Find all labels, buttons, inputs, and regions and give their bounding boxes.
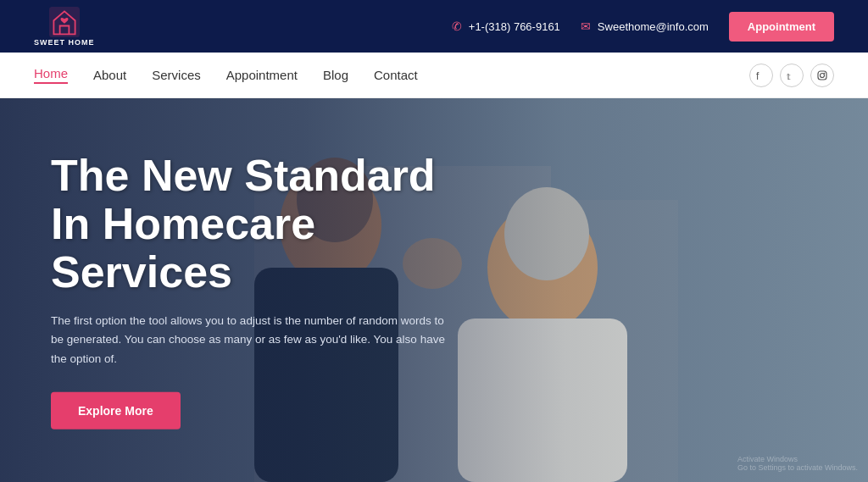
social-icons: f 𝕥 [749,64,834,87]
svg-point-4 [821,73,825,77]
twitter-icon[interactable]: 𝕥 [780,64,804,87]
nav-bar: Home About Services Appointment Blog Con… [0,53,868,98]
nav-services[interactable]: Services [152,68,201,82]
instagram-icon[interactable] [810,64,834,87]
watermark: Activate WindowsGo to Settings to activa… [737,455,858,472]
hero-title: The New Standard In Homecare Services [51,151,458,296]
email-address: Sweethome@info.com [598,20,709,33]
logo-text: SWEET HOME [34,38,95,47]
facebook-icon[interactable]: f [749,64,773,87]
nav-home[interactable]: Home [34,66,68,84]
phone-icon: ✆ [452,19,462,33]
nav-appointment[interactable]: Appointment [226,68,298,82]
hero-description: The first option the tool allows you to … [51,312,458,368]
nav-links: Home About Services Appointment Blog Con… [34,66,418,84]
svg-text:f: f [756,70,760,80]
phone-number: +1-(318) 766-9161 [469,20,560,33]
phone-contact: ✆ +1-(318) 766-9161 [452,19,560,33]
email-contact: ✉ Sweethome@info.com [581,19,709,33]
explore-more-button[interactable]: Explore More [51,392,181,429]
top-appointment-button[interactable]: Appointment [729,12,834,42]
svg-text:𝕥: 𝕥 [787,72,791,80]
logo-icon [49,7,80,37]
email-icon: ✉ [581,19,591,33]
nav-contact[interactable]: Contact [374,68,418,82]
nav-blog[interactable]: Blog [323,68,348,82]
hero-content: The New Standard In Homecare Services Th… [51,151,458,429]
svg-rect-3 [818,71,826,80]
svg-point-5 [824,72,826,74]
nav-about[interactable]: About [93,68,126,82]
hero-section: The New Standard In Homecare Services Th… [0,98,868,482]
contact-info: ✆ +1-(318) 766-9161 ✉ Sweethome@info.com… [452,12,834,42]
top-bar: SWEET HOME ✆ +1-(318) 766-9161 ✉ Sweetho… [0,0,868,53]
logo[interactable]: SWEET HOME [34,7,95,47]
